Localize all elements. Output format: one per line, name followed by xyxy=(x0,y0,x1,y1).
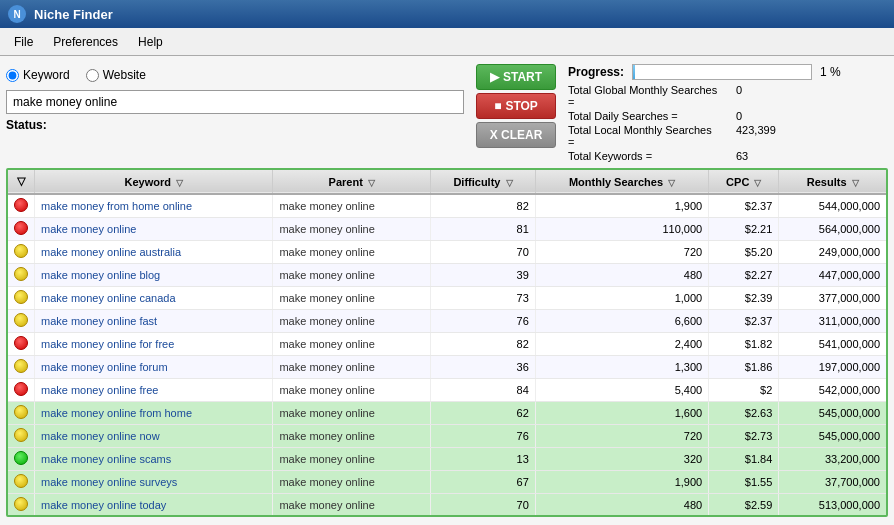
progress-section: Progress: 1 % Total Global Monthly Searc… xyxy=(568,64,888,162)
keyword-radio-label[interactable]: Keyword xyxy=(6,68,70,82)
monthly-searches-cell: 1,300 xyxy=(535,356,708,379)
results-cell: 249,000,000 xyxy=(779,241,886,264)
website-radio[interactable] xyxy=(86,69,99,82)
difficulty-indicator xyxy=(8,287,35,310)
status-dot xyxy=(14,198,28,212)
status-dot xyxy=(14,405,28,419)
results-cell: 311,000,000 xyxy=(779,310,886,333)
keyword-cell[interactable]: make money online forum xyxy=(35,356,273,379)
main-content: Keyword Website Status: xyxy=(0,56,894,525)
menu-preferences[interactable]: Preferences xyxy=(43,32,128,52)
status-dot xyxy=(14,290,28,304)
keyword-cell[interactable]: make money online free xyxy=(35,379,273,402)
results-cell: 377,000,000 xyxy=(779,287,886,310)
table-row: make money online now make money online … xyxy=(8,425,886,448)
parent-cell: make money online xyxy=(273,379,431,402)
status-label: Status: xyxy=(6,118,47,132)
status-dot xyxy=(14,359,28,373)
parent-cell: make money online xyxy=(273,448,431,471)
cpc-cell: $2.39 xyxy=(709,287,779,310)
difficulty-filter-icon: ▽ xyxy=(506,178,513,188)
difficulty-cell: 82 xyxy=(431,333,536,356)
col-parent[interactable]: Parent ▽ xyxy=(273,170,431,194)
cpc-cell: $2.37 xyxy=(709,310,779,333)
stat-keywords-label: Total Keywords = xyxy=(568,150,720,162)
parent-cell: make money online xyxy=(273,494,431,517)
progress-percent: 1 % xyxy=(820,65,841,79)
col-cpc[interactable]: CPC ▽ xyxy=(709,170,779,194)
difficulty-indicator xyxy=(8,356,35,379)
keyword-cell[interactable]: make money online today xyxy=(35,494,273,517)
start-button[interactable]: ▶ START xyxy=(476,64,556,90)
parent-cell: make money online xyxy=(273,310,431,333)
keyword-cell[interactable]: make money online surveys xyxy=(35,471,273,494)
col-keyword[interactable]: Keyword ▽ xyxy=(35,170,273,194)
parent-cell: make money online xyxy=(273,333,431,356)
table-row: make money online surveys make money onl… xyxy=(8,471,886,494)
keyword-filter-icon: ▽ xyxy=(176,178,183,188)
table-row: make money online canada make money onli… xyxy=(8,287,886,310)
stat-global-label: Total Global Monthly Searches = xyxy=(568,84,720,108)
status-dot xyxy=(14,474,28,488)
progress-label: Progress: xyxy=(568,65,624,79)
search-input[interactable] xyxy=(6,90,464,114)
clear-button[interactable]: X CLEAR xyxy=(476,122,556,148)
difficulty-cell: 70 xyxy=(431,241,536,264)
results-cell: 37,700,000 xyxy=(779,471,886,494)
cpc-cell: $2.63 xyxy=(709,402,779,425)
col-filter[interactable]: ▽ xyxy=(8,170,35,194)
website-radio-label[interactable]: Website xyxy=(86,68,146,82)
results-cell: 197,000,000 xyxy=(779,356,886,379)
status-dot xyxy=(14,244,28,258)
status-row: Status: xyxy=(6,118,464,132)
stat-daily-label: Total Daily Searches = xyxy=(568,110,720,122)
status-dot xyxy=(14,313,28,327)
menu-help[interactable]: Help xyxy=(128,32,173,52)
keyword-cell[interactable]: make money online now xyxy=(35,425,273,448)
keyword-cell[interactable]: make money online for free xyxy=(35,333,273,356)
menu-file[interactable]: File xyxy=(4,32,43,52)
difficulty-cell: 39 xyxy=(431,264,536,287)
keyword-cell[interactable]: make money online australia xyxy=(35,241,273,264)
keyword-radio[interactable] xyxy=(6,69,19,82)
keyword-cell[interactable]: make money from home online xyxy=(35,194,273,218)
monthly-searches-cell: 1,000 xyxy=(535,287,708,310)
keyword-cell[interactable]: make money online xyxy=(35,218,273,241)
difficulty-indicator xyxy=(8,194,35,218)
app-icon: N xyxy=(8,5,26,23)
input-row xyxy=(6,90,464,114)
monthly-searches-cell: 480 xyxy=(535,264,708,287)
monthly-searches-cell: 480 xyxy=(535,494,708,517)
difficulty-indicator xyxy=(8,218,35,241)
start-icon: ▶ xyxy=(490,70,499,84)
keyword-cell[interactable]: make money online from home xyxy=(35,402,273,425)
keyword-cell[interactable]: make money online fast xyxy=(35,310,273,333)
difficulty-indicator xyxy=(8,494,35,517)
stop-button[interactable]: ■ STOP xyxy=(476,93,556,119)
status-dot xyxy=(14,382,28,396)
cpc-cell: $1.82 xyxy=(709,333,779,356)
col-results[interactable]: Results ▽ xyxy=(779,170,886,194)
parent-cell: make money online xyxy=(273,471,431,494)
difficulty-cell: 73 xyxy=(431,287,536,310)
monthly-searches-cell: 720 xyxy=(535,241,708,264)
monthly-searches-cell: 1,900 xyxy=(535,194,708,218)
monthly-searches-cell: 1,600 xyxy=(535,402,708,425)
stat-keywords-value: 63 xyxy=(736,150,888,162)
results-table-container: ▽ Keyword ▽ Parent ▽ Difficulty ▽ xyxy=(6,168,888,517)
parent-cell: make money online xyxy=(273,402,431,425)
results-cell: 33,200,000 xyxy=(779,448,886,471)
progress-row: Progress: 1 % xyxy=(568,64,888,80)
cpc-filter-icon: ▽ xyxy=(754,178,761,188)
keyword-cell[interactable]: make money online scams xyxy=(35,448,273,471)
parent-cell: make money online xyxy=(273,287,431,310)
monthly-searches-cell: 5,400 xyxy=(535,379,708,402)
col-monthly[interactable]: Monthly Searches ▽ xyxy=(535,170,708,194)
difficulty-indicator xyxy=(8,448,35,471)
monthly-searches-cell: 110,000 xyxy=(535,218,708,241)
keyword-cell[interactable]: make money online canada xyxy=(35,287,273,310)
keyword-cell[interactable]: make money online blog xyxy=(35,264,273,287)
col-difficulty[interactable]: Difficulty ▽ xyxy=(431,170,536,194)
table-row: make money online scams make money onlin… xyxy=(8,448,886,471)
status-dot xyxy=(14,428,28,442)
